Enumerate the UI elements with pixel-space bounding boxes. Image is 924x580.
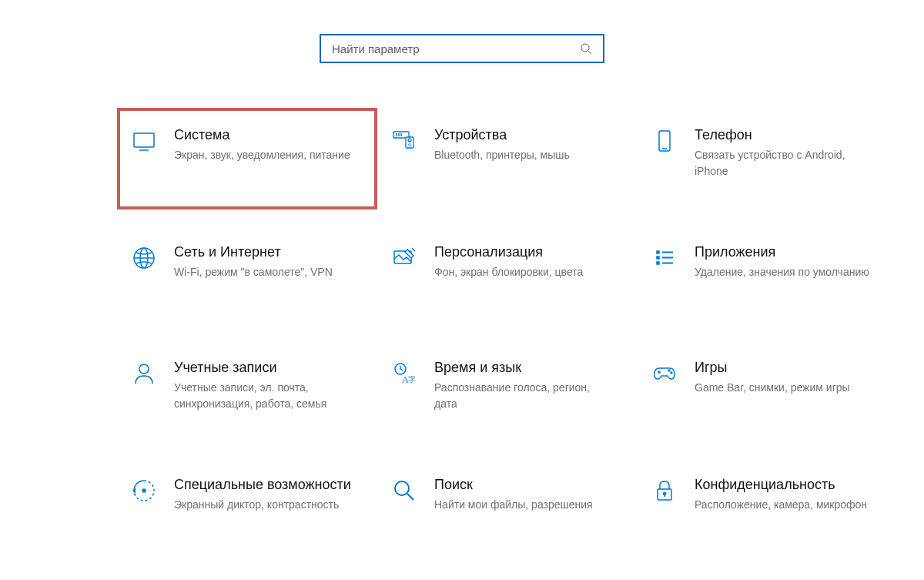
category-text: Конфиденциальность Расположение, камера,… — [695, 476, 884, 513]
svg-rect-23 — [657, 256, 659, 259]
category-apps[interactable]: Приложения Удаление, значения по умолчан… — [638, 225, 898, 325]
search-category-icon — [391, 478, 417, 504]
globe-icon — [131, 245, 157, 271]
category-title: Устройства — [434, 126, 613, 144]
category-desc: Game Bar, снимки, режим игры — [695, 380, 873, 395]
category-text: Приложения Удаление, значения по умолчан… — [695, 243, 884, 280]
search-input[interactable] — [332, 42, 574, 55]
svg-line-40 — [407, 494, 413, 500]
svg-point-35 — [668, 370, 670, 371]
category-search[interactable]: Поиск Найти мои файлы, разрешения — [377, 458, 638, 558]
category-devices[interactable]: Устройства Bluetooth, принтеры, мышь — [377, 108, 638, 210]
category-text: Время и язык Распознавание голоса, регио… — [434, 359, 624, 411]
system-icon — [131, 128, 157, 154]
category-title: Специальные возможности — [174, 476, 353, 494]
svg-line-1 — [588, 51, 591, 54]
category-text: Поиск Найти мои файлы, разрешения — [434, 476, 624, 513]
category-text: Игры Game Bar, снимки, режим игры — [695, 359, 884, 396]
category-desc: Расположение, камера, микрофон — [695, 497, 873, 512]
time-language-icon: A 字 — [391, 360, 417, 387]
svg-rect-2 — [134, 133, 154, 147]
category-desc: Экран, звук, уведомления, питание — [174, 147, 353, 163]
category-personalization[interactable]: Персонализация Фон, экран блокировки, цв… — [377, 225, 638, 325]
category-desc: Найти мои файлы, разрешения — [434, 497, 613, 512]
svg-line-30 — [400, 369, 403, 370]
category-title: Сеть и Интернет — [174, 243, 353, 261]
category-title: Система — [174, 126, 353, 144]
category-title: Игры — [695, 359, 873, 377]
svg-text:字: 字 — [408, 375, 416, 384]
category-title: Конфиденциальность — [695, 476, 873, 494]
category-text: Сеть и Интернет Wi-Fi, режим "в самолете… — [174, 243, 363, 280]
category-text: Персонализация Фон, экран блокировки, цв… — [434, 243, 624, 280]
svg-point-27 — [139, 364, 149, 374]
category-desc: Wi-Fi, режим "в самолете", VPN — [174, 264, 353, 280]
search-icon — [580, 42, 592, 55]
category-system[interactable]: Система Экран, звук, уведомления, питани… — [117, 108, 377, 210]
category-phone[interactable]: Телефон Связать устройство с Android, iP… — [638, 108, 898, 210]
svg-rect-25 — [657, 262, 659, 264]
category-desc: Фон, экран блокировки, цвета — [434, 264, 613, 280]
category-desc: Учетные записи, эл. почта, синхронизация… — [174, 380, 353, 411]
personalization-icon — [391, 245, 417, 271]
apps-icon — [651, 245, 678, 271]
devices-icon — [391, 128, 417, 154]
category-text: Устройства Bluetooth, принтеры, мышь — [434, 126, 624, 163]
accessibility-icon — [131, 478, 157, 504]
category-accessibility[interactable]: Специальные возможности Экранный диктор,… — [117, 458, 377, 558]
svg-rect-14 — [659, 131, 670, 151]
search-box[interactable] — [320, 34, 604, 63]
gaming-icon — [651, 360, 678, 387]
category-text: Специальные возможности Экранный диктор,… — [174, 476, 363, 513]
category-time-language[interactable]: A 字 Время и язык Распознавание голоса, р… — [377, 340, 638, 442]
category-desc: Экранный диктор, контрастность — [174, 497, 353, 512]
category-text: Система Экран, звук, уведомления, питани… — [174, 126, 363, 163]
svg-point-36 — [671, 372, 672, 374]
privacy-icon — [651, 478, 678, 504]
category-desc: Распознавание голоса, регион, дата — [434, 380, 613, 411]
category-title: Приложения — [695, 243, 873, 261]
category-desc: Удаление, значения по умолчанию — [695, 264, 873, 280]
category-text: Учетные записи Учетные записи, эл. почта… — [174, 359, 363, 411]
category-title: Телефон — [695, 126, 873, 144]
category-text: Телефон Связать устройство с Android, iP… — [695, 126, 884, 179]
category-desc: Bluetooth, принтеры, мышь — [434, 147, 613, 163]
category-desc: Связать устройство с Android, iPhone — [695, 147, 873, 179]
category-title: Время и язык — [434, 359, 613, 377]
svg-point-39 — [395, 481, 409, 495]
search-container — [0, 0, 924, 108]
category-accounts[interactable]: Учетные записи Учетные записи, эл. почта… — [117, 340, 377, 442]
categories-grid: Система Экран, звук, уведомления, питани… — [91, 108, 924, 558]
accounts-icon — [131, 360, 157, 387]
phone-icon — [651, 128, 678, 154]
category-gaming[interactable]: Игры Game Bar, снимки, режим игры — [638, 340, 898, 442]
svg-line-20 — [412, 248, 415, 251]
category-title: Поиск — [434, 476, 613, 494]
category-title: Персонализация — [434, 243, 613, 261]
category-title: Учетные записи — [174, 359, 353, 377]
svg-point-38 — [142, 489, 146, 492]
svg-point-0 — [581, 44, 589, 52]
svg-rect-21 — [657, 251, 659, 253]
category-network[interactable]: Сеть и Интернет Wi-Fi, режим "в самолете… — [117, 225, 377, 325]
category-privacy[interactable]: Конфиденциальность Расположение, камера,… — [638, 458, 898, 558]
